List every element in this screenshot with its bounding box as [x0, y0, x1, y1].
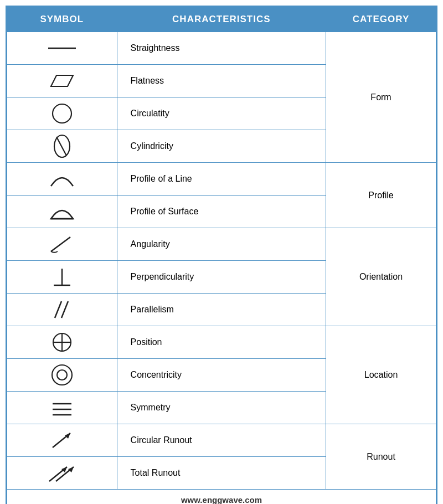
table-row: Straightness Form [7, 32, 436, 65]
char-angularity: Angularity [117, 228, 326, 261]
char-position: Position [117, 326, 326, 359]
char-profile-line: Profile of a Line [117, 163, 326, 196]
header-category: CATEGORY [326, 7, 436, 32]
svg-line-6 [51, 237, 70, 251]
char-straightness: Straightness [117, 32, 326, 65]
header-symbol: SYMBOL [7, 7, 117, 32]
svg-point-14 [52, 365, 72, 385]
table-row: Circular Runout Runout [7, 424, 436, 457]
symbol-circular-runout [7, 424, 117, 457]
char-total-runout: Total Runout [117, 457, 326, 490]
char-flatness: Flatness [117, 65, 326, 97]
char-parallelism: Parallelism [117, 294, 326, 326]
symbol-position [7, 326, 117, 359]
symbol-symmetry [7, 392, 117, 424]
symbol-profile-surface [7, 196, 117, 228]
svg-point-15 [57, 370, 67, 380]
symbol-angularity [7, 228, 117, 261]
footer-text: www.enggwave.com [7, 490, 436, 505]
svg-line-4 [56, 137, 66, 156]
category-location: Location [326, 326, 436, 424]
char-symmetry: Symmetry [117, 392, 326, 424]
footer-row: www.enggwave.com [7, 490, 436, 505]
symbol-straightness [7, 32, 117, 65]
char-perpendicularity: Perpendicularity [117, 261, 326, 294]
table-row: Angularity Orientation [7, 228, 436, 261]
table-row: Position Location [7, 326, 436, 359]
symbol-perpendicularity [7, 261, 117, 294]
svg-point-2 [53, 104, 71, 123]
category-runout: Runout [326, 424, 436, 490]
category-orientation: Orientation [326, 228, 436, 326]
header-characteristics: CHARACTERISTICS [117, 7, 326, 32]
category-profile: Profile [326, 163, 436, 228]
char-profile-surface: Profile of Surface [117, 196, 326, 228]
char-circular-runout: Circular Runout [117, 424, 326, 457]
symbol-concentricity [7, 359, 117, 392]
symbol-circularity [7, 97, 117, 130]
char-cylindricity: Cylindricity [117, 130, 326, 163]
gd-t-table: SYMBOL CHARACTERISTICS CATEGORY Straight… [6, 6, 437, 504]
svg-marker-1 [51, 75, 73, 86]
symbol-cylindricity [7, 130, 117, 163]
svg-line-10 [61, 301, 68, 318]
symbol-parallelism [7, 294, 117, 326]
symbol-total-runout [7, 457, 117, 490]
char-circularity: Circulatity [117, 97, 326, 130]
svg-line-9 [55, 301, 61, 318]
symbol-profile-line [7, 163, 117, 196]
category-form: Form [326, 32, 436, 163]
table-row: Profile of a Line Profile [7, 163, 436, 196]
char-concentricity: Concentricity [117, 359, 326, 392]
symbol-flatness [7, 65, 117, 97]
